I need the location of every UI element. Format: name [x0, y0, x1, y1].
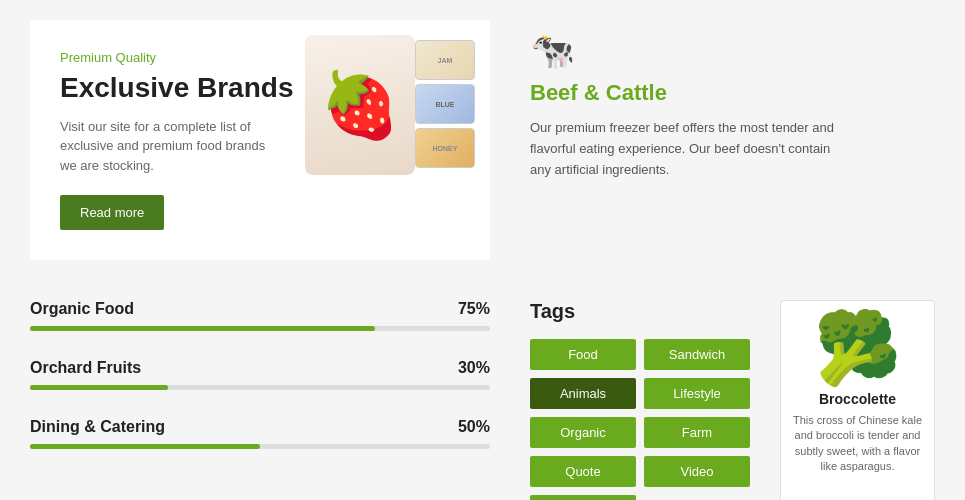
progress-bar-bg-organic: [30, 326, 490, 331]
top-section: Premium Quality Exclusive Brands Visit o…: [0, 0, 965, 280]
progress-item-organic: Organic Food 75%: [30, 300, 490, 331]
tag-organic[interactable]: Organic: [530, 417, 636, 448]
progress-pct-organic: 75%: [458, 300, 490, 318]
brands-title: Exclusive Brands: [60, 71, 460, 105]
broccolette-description: This cross of Chinese kale and broccoli …: [793, 413, 922, 475]
right-bottom: Tags Food Sandwich Animals Lifestyle Org…: [530, 300, 935, 500]
progress-pct-orchard: 30%: [458, 359, 490, 377]
tag-farm[interactable]: Farm: [644, 417, 750, 448]
tag-video[interactable]: Video: [644, 456, 750, 487]
brands-card-content: Premium Quality Exclusive Brands Visit o…: [60, 50, 460, 230]
tag-lifestyle[interactable]: Lifestyle: [644, 378, 750, 409]
progress-bar-bg-dining: [30, 444, 490, 449]
progress-label-organic: Organic Food: [30, 300, 134, 318]
tags-section: Tags Food Sandwich Animals Lifestyle Org…: [530, 300, 750, 500]
beef-description: Our premium freezer beef offers the most…: [530, 118, 850, 180]
progress-bar-fill-organic: [30, 326, 375, 331]
broccolette-image: 🥦: [814, 313, 901, 383]
progress-header-orchard: Orchard Fruits 30%: [30, 359, 490, 377]
progress-bar-fill-orchard: [30, 385, 168, 390]
tag-business[interactable]: Business: [530, 495, 636, 500]
progress-header-dining: Dining & Catering 50%: [30, 418, 490, 436]
broccolette-card: 🥦 Broccolette This cross of Chinese kale…: [780, 300, 935, 500]
tag-food[interactable]: Food: [530, 339, 636, 370]
progress-item-orchard: Orchard Fruits 30%: [30, 359, 490, 390]
brands-description: Visit our site for a complete list of ex…: [60, 117, 280, 176]
premium-label: Premium Quality: [60, 50, 460, 65]
broccolette-title: Broccolette: [819, 391, 896, 407]
progress-label-dining: Dining & Catering: [30, 418, 165, 436]
cow-icon: 🐄: [530, 30, 935, 72]
progress-bar-bg-orchard: [30, 385, 490, 390]
progress-header-organic: Organic Food 75%: [30, 300, 490, 318]
progress-label-orchard: Orchard Fruits: [30, 359, 141, 377]
beef-section: 🐄 Beef & Cattle Our premium freezer beef…: [530, 20, 935, 260]
tags-title: Tags: [530, 300, 750, 323]
tag-quote[interactable]: Quote: [530, 456, 636, 487]
progress-item-dining: Dining & Catering 50%: [30, 418, 490, 449]
progress-bar-fill-dining: [30, 444, 260, 449]
progress-section: Organic Food 75% Orchard Fruits 30%: [30, 300, 490, 500]
page-wrapper: Premium Quality Exclusive Brands Visit o…: [0, 0, 965, 500]
progress-pct-dining: 50%: [458, 418, 490, 436]
beef-title: Beef & Cattle: [530, 80, 935, 106]
read-more-button[interactable]: Read more: [60, 195, 164, 230]
tag-sandwich[interactable]: Sandwich: [644, 339, 750, 370]
bottom-section: Organic Food 75% Orchard Fruits 30%: [0, 280, 965, 500]
tags-grid: Food Sandwich Animals Lifestyle Organic …: [530, 339, 750, 500]
tag-animals[interactable]: Animals: [530, 378, 636, 409]
brands-card: Premium Quality Exclusive Brands Visit o…: [30, 20, 490, 260]
